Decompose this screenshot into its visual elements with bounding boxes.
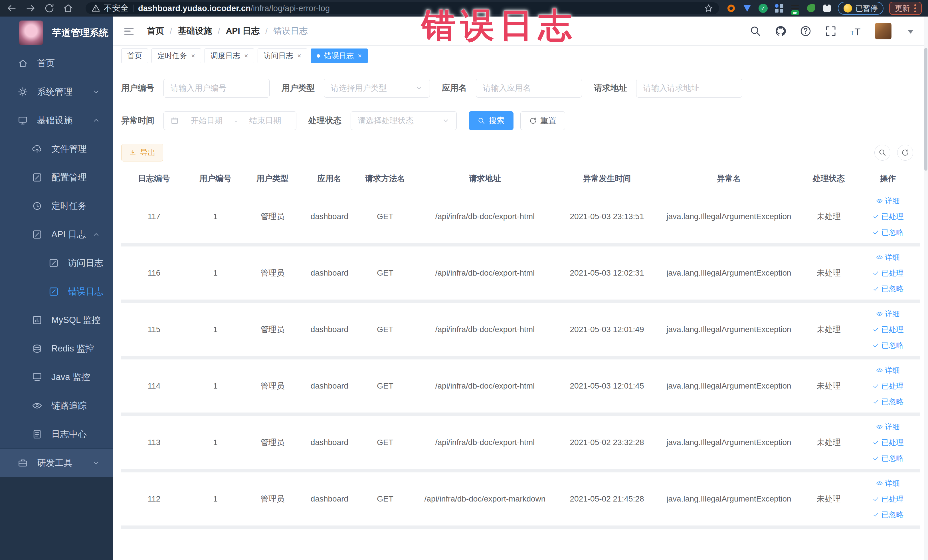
sidebar-item-access-log[interactable]: 访问日志: [0, 249, 113, 277]
fullscreen-icon[interactable]: [825, 25, 837, 37]
sidebar-item-config[interactable]: 配置管理: [0, 163, 113, 192]
search-icon[interactable]: [749, 25, 762, 37]
action-processed-link[interactable]: 已处理: [872, 438, 904, 448]
tab-定时任务[interactable]: 定时任务×: [151, 49, 201, 63]
security-label[interactable]: 不安全: [104, 3, 129, 14]
sidebar-item-redis[interactable]: Redis 监控: [0, 334, 113, 363]
bookmark-star-icon[interactable]: [704, 3, 713, 13]
chevron-down-icon[interactable]: [905, 25, 917, 37]
reset-button[interactable]: 重置: [520, 111, 565, 130]
cell-1: 1: [187, 381, 244, 391]
breadcrumb-separator: /: [265, 26, 267, 36]
extension-icon-grid[interactable]: [774, 3, 784, 14]
action-processed-link[interactable]: 已处理: [872, 268, 904, 278]
scrollbar-thumb[interactable]: [924, 48, 927, 171]
sidebar-item-java[interactable]: Java 监控: [0, 363, 113, 391]
extension-icon-switch[interactable]: on: [790, 3, 800, 14]
action-ignored-link[interactable]: 已忽略: [872, 453, 904, 463]
tab-调度日志[interactable]: 调度日志×: [205, 49, 254, 63]
browser-back-icon[interactable]: [6, 3, 17, 14]
browser-reload-icon[interactable]: [44, 3, 55, 14]
close-icon[interactable]: ×: [244, 52, 248, 60]
action-processed-link[interactable]: 已处理: [872, 212, 904, 222]
request-url-input[interactable]: [643, 84, 735, 93]
user-id-input[interactable]: [171, 84, 263, 93]
sidebar-item-file[interactable]: 文件管理: [0, 135, 113, 163]
sidebar-item-home[interactable]: 首页: [0, 49, 113, 78]
action-detail-link[interactable]: 详细: [876, 365, 900, 375]
sidebar-item-log-center[interactable]: 日志中心: [0, 420, 113, 449]
action-detail-link[interactable]: 详细: [876, 196, 900, 206]
github-icon[interactable]: [774, 25, 786, 37]
close-icon[interactable]: ×: [191, 52, 195, 60]
cell-4: GET: [358, 494, 412, 504]
app-name-input[interactable]: [483, 84, 575, 93]
profile-paused-badge[interactable]: 已暂停: [838, 2, 884, 15]
search-icon: [878, 149, 886, 157]
table-row: 1121管理员dashboardGET/api/infra/db-doc/exp…: [121, 472, 920, 529]
row-actions: 详细已处理已忽略: [856, 365, 920, 407]
sidebar-logo-row[interactable]: 芋道管理系统: [0, 17, 113, 49]
user-type-select[interactable]: 请选择用户类型: [324, 79, 430, 98]
sidebar-item-system[interactable]: 系统管理: [0, 78, 113, 106]
help-icon[interactable]: [800, 25, 812, 37]
action-ignored-link[interactable]: 已忽略: [872, 227, 904, 237]
page-scrollbar[interactable]: [924, 17, 928, 560]
process-status-select[interactable]: 请选择处理状态: [351, 111, 457, 130]
browser-menu-icon[interactable]: [914, 4, 916, 12]
sidebar-item-error-log[interactable]: 错误日志: [0, 277, 113, 306]
extension-icon-ring[interactable]: [726, 3, 736, 14]
extension-icon-puzzle[interactable]: [822, 3, 832, 14]
sidebar-fold-icon[interactable]: [123, 25, 135, 37]
extension-icon-pin[interactable]: [742, 3, 752, 14]
action-ignored-link[interactable]: 已忽略: [872, 284, 904, 294]
tab-访问日志[interactable]: 访问日志×: [258, 49, 307, 63]
action-processed-link[interactable]: 已处理: [872, 325, 904, 335]
sidebar-item-infra[interactable]: 基础设施: [0, 106, 113, 135]
search-button[interactable]: 搜索: [469, 111, 513, 130]
sidebar-item-api-log[interactable]: API 日志: [0, 220, 113, 249]
update-button[interactable]: 更新: [889, 2, 922, 15]
sidebar-item-devtools[interactable]: 研发工具: [0, 449, 113, 477]
user-avatar[interactable]: [875, 23, 891, 40]
sidebar: 芋道管理系统 首页系统管理基础设施文件管理配置管理定时任务API 日志访问日志错…: [0, 17, 113, 560]
download-icon: [129, 149, 137, 157]
tab-错误日志[interactable]: 错误日志×: [311, 49, 368, 63]
action-label: 已处理: [882, 381, 904, 391]
action-detail-link[interactable]: 详细: [876, 422, 900, 432]
export-button[interactable]: 导出: [121, 144, 163, 162]
refresh-table-button[interactable]: [897, 145, 913, 160]
action-detail-link[interactable]: 详细: [876, 309, 900, 319]
action-ignored-link[interactable]: 已忽略: [872, 397, 904, 407]
extension-icon-leaf[interactable]: [806, 3, 816, 14]
address-bar[interactable]: 不安全 dashboard.yudao.iocoder.cn /infra/lo…: [85, 2, 719, 14]
extension-icon-check[interactable]: ✓: [758, 3, 768, 14]
field-request-url: 请求地址: [594, 79, 742, 98]
breadcrumb-item[interactable]: 基础设施: [178, 25, 212, 37]
sidebar-item-trace[interactable]: 链路追踪: [0, 391, 113, 420]
cell-3: dashboard: [301, 212, 358, 221]
sidebar-item-mysql[interactable]: MySQL 监控: [0, 306, 113, 334]
action-ignored-link[interactable]: 已忽略: [872, 510, 904, 520]
browser-forward-icon[interactable]: [25, 3, 36, 14]
action-label: 详细: [885, 196, 900, 206]
field-label: 异常时间: [121, 115, 154, 127]
action-ignored-link[interactable]: 已忽略: [872, 340, 904, 350]
breadcrumb-item[interactable]: 首页: [147, 25, 164, 37]
cell-6: 2021-05-02 23:32:28: [558, 438, 656, 447]
show-search-button[interactable]: [875, 145, 890, 160]
close-icon[interactable]: ×: [297, 52, 301, 60]
font-size-icon[interactable]: TT: [850, 25, 862, 37]
action-processed-link[interactable]: 已处理: [872, 381, 904, 391]
date-range-picker[interactable]: 开始日期 - 结束日期: [163, 111, 296, 130]
tab-首页[interactable]: 首页: [121, 49, 148, 63]
sidebar-item-job[interactable]: 定时任务: [0, 192, 113, 220]
action-detail-link[interactable]: 详细: [876, 478, 900, 488]
field-user-id: 用户编号: [121, 79, 270, 98]
cell-8: 未处理: [801, 381, 856, 391]
action-processed-link[interactable]: 已处理: [872, 494, 904, 504]
breadcrumb-item[interactable]: API 日志: [226, 25, 259, 37]
close-icon[interactable]: ×: [358, 52, 362, 60]
action-detail-link[interactable]: 详细: [876, 252, 900, 262]
browser-home-icon[interactable]: [63, 3, 73, 14]
